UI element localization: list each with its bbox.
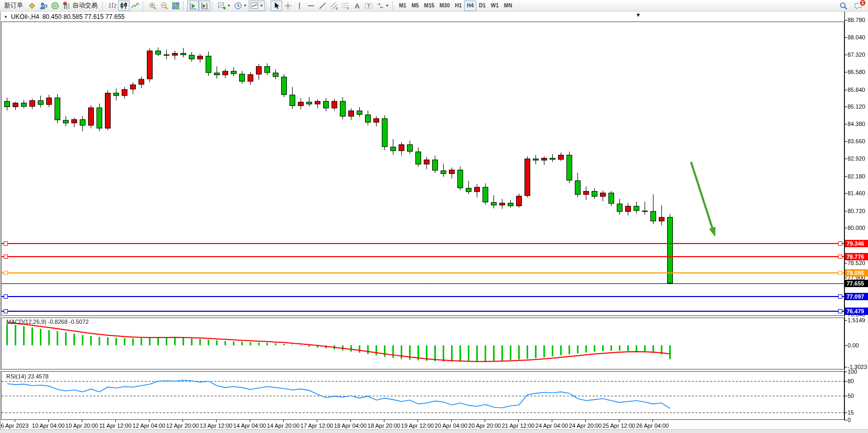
chart-canvas[interactable] xyxy=(0,12,868,433)
chart-list-button[interactable] xyxy=(26,1,38,11)
crosshair-button[interactable] xyxy=(282,1,294,11)
status-strip xyxy=(0,429,868,433)
chevron-down-icon[interactable]: ▼ xyxy=(227,4,231,7)
hline-icon xyxy=(307,2,315,10)
time-tick-label: 18 Apr 04:00 xyxy=(331,423,369,429)
tf-d1-button-label: D1 xyxy=(478,3,487,8)
vline-icon xyxy=(295,2,304,10)
horizontal-line-button[interactable] xyxy=(305,1,317,11)
cursor-button[interactable] xyxy=(271,1,282,11)
new-order-button[interactable]: 新订单 xyxy=(1,1,26,11)
time-tick-label: 26 Apr 04:00 xyxy=(634,423,671,429)
tf-m1-button[interactable]: M1 xyxy=(397,1,409,11)
zoom-in-button[interactable] xyxy=(147,1,158,11)
chart-area: ▼ UKOil-,H4 80.450 80.585 77.615 77.655 … xyxy=(0,12,868,433)
one-click-trading-caret[interactable]: ▼ xyxy=(4,15,8,19)
price-tick-label: 86.580 xyxy=(848,69,865,75)
add-indicator-icon xyxy=(218,2,226,10)
chart-title: ▼ UKOil-,H4 80.450 80.585 77.615 77.655 xyxy=(4,13,125,20)
chart-shelf-icon xyxy=(28,2,36,10)
price-tick-label: 84.380 xyxy=(848,121,865,127)
tf-h1-button-label: H1 xyxy=(454,3,463,8)
fibonacci-button[interactable]: F xyxy=(340,1,351,11)
tf-h4-button[interactable]: H4 xyxy=(464,1,476,11)
time-tick-label: 17 Apr 12:00 xyxy=(298,423,336,429)
tf-m30-button[interactable]: M30 xyxy=(437,1,452,11)
autotrading-button-label: 自动交易 xyxy=(71,1,99,10)
rsi-tick-label: 80 xyxy=(848,378,854,384)
trendline-button[interactable] xyxy=(317,1,328,11)
notifications-button[interactable]: 1 xyxy=(852,1,864,11)
cursor-icon xyxy=(272,2,281,10)
search-button[interactable] xyxy=(838,1,849,11)
notification-badge: 1 xyxy=(860,0,866,6)
mt4-window: 新订单自动交易▼▼▼EFAT▼M1M5M15M30H1H4D1W1MN1 ▼ U… xyxy=(0,0,868,433)
crosshair-icon xyxy=(284,2,292,10)
tf-mn-button-label: MN xyxy=(503,3,513,8)
ohlc-values: 80.450 80.585 77.615 77.655 xyxy=(42,13,125,20)
chevron-down-icon[interactable]: ▼ xyxy=(260,4,263,7)
price-tick-label: 83.660 xyxy=(848,138,865,144)
svg-text:T: T xyxy=(367,3,370,8)
auto-scroll-button[interactable] xyxy=(187,1,199,11)
time-tick-label: 20 Apr 20:00 xyxy=(466,423,503,429)
chevron-down-icon[interactable]: ▼ xyxy=(385,4,389,7)
support-line-orange-price-label: 78.095 xyxy=(845,269,868,277)
tile-windows-button[interactable] xyxy=(170,1,181,11)
tf-h1-button[interactable]: H1 xyxy=(452,1,464,11)
tf-m1-button-label: M1 xyxy=(398,3,408,8)
template-button[interactable]: ▼ xyxy=(249,1,265,11)
channel-button[interactable]: E xyxy=(328,1,340,11)
tf-m30-button-label: M30 xyxy=(438,3,451,8)
toolbar-separator xyxy=(102,2,104,10)
price-tick-label: 88.040 xyxy=(848,34,865,40)
macd-indicator-label: MACD(12,26,9) -0.8268 -0.5072 xyxy=(6,319,89,325)
chevron-down-icon[interactable]: ▼ xyxy=(243,4,247,7)
chart-shift-marker[interactable]: ▼ xyxy=(636,12,641,18)
text-label-button[interactable]: T xyxy=(363,1,374,11)
tf-d1-button[interactable]: D1 xyxy=(476,1,488,11)
time-tick-label: 25 Apr 12:00 xyxy=(600,423,638,429)
time-tick-label: 10 Apr 20:00 xyxy=(63,423,101,429)
time-tick-label: 14 Apr 20:00 xyxy=(264,423,302,429)
resistance-line-2-price-label: 78.776 xyxy=(845,253,868,260)
price-tick-label: 80.720 xyxy=(848,208,865,214)
time-tick-label: 6 Apr 2023 xyxy=(0,423,34,429)
time-tick-label: 12 Apr 20:00 xyxy=(164,423,201,429)
strategy-tester-button[interactable] xyxy=(49,1,61,11)
terminal-icon xyxy=(39,2,48,10)
vertical-line-button[interactable] xyxy=(294,1,305,11)
svg-text:F: F xyxy=(347,7,349,10)
candlestick-chart-button[interactable] xyxy=(118,1,130,11)
autotrading-button[interactable]: 自动交易 xyxy=(61,1,101,11)
terminal-button[interactable] xyxy=(38,1,49,11)
arrows-icon xyxy=(376,2,384,10)
add-indicator-button[interactable]: ▼ xyxy=(216,1,232,11)
channel-icon: E xyxy=(330,2,338,10)
line-chart-button[interactable] xyxy=(130,1,141,11)
toolbar-separator xyxy=(212,2,214,10)
tf-m5-button[interactable]: M5 xyxy=(409,1,422,11)
time-tick-label: 24 Apr 20:00 xyxy=(566,423,604,429)
trendline-icon xyxy=(318,2,327,10)
window-edge-inner xyxy=(1,12,1,433)
rsi-tick-label: 100 xyxy=(848,368,857,375)
tf-m15-button[interactable]: M15 xyxy=(422,1,437,11)
text-button[interactable]: A xyxy=(351,1,363,11)
tf-mn-button[interactable]: MN xyxy=(501,1,515,11)
chart-shift-button[interactable] xyxy=(199,1,210,11)
tf-m5-button-label: M5 xyxy=(411,3,420,8)
candles-icon xyxy=(120,2,128,10)
toolbar-separator xyxy=(183,2,185,10)
period-button[interactable]: ▼ xyxy=(232,1,249,11)
zoom-out-button[interactable] xyxy=(158,1,170,11)
price-tick-label: 82.180 xyxy=(848,173,865,179)
bar-chart-button[interactable] xyxy=(106,1,118,11)
time-tick-label: 18 Apr 20:00 xyxy=(365,423,403,429)
time-tick-label: 12 Apr 04:00 xyxy=(130,423,168,429)
tf-w1-button[interactable]: W1 xyxy=(488,1,501,11)
toolbar-separator xyxy=(266,2,269,10)
arrows-button[interactable]: ▼ xyxy=(374,1,391,11)
zoom-in-icon xyxy=(148,2,157,10)
tester-icon xyxy=(51,2,59,10)
